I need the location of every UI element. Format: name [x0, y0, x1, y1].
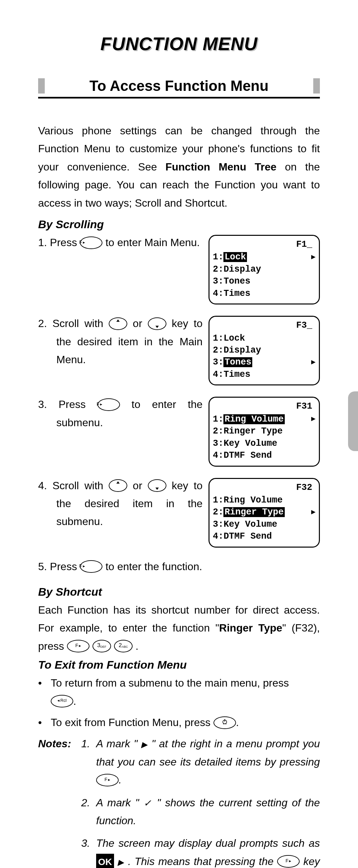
f-key-icon [67, 640, 90, 652]
subheading-exit: To Exit from Function Menu [38, 658, 320, 671]
item: Key Volume [223, 438, 277, 448]
t: . [236, 716, 239, 728]
page-title: FUNCTION MENU [38, 33, 320, 54]
screen-header: F31 [213, 400, 316, 412]
screen-header: F1_ [213, 239, 316, 250]
t: 5. Press [38, 561, 80, 572]
n: 2: [213, 426, 223, 436]
exit-bullets: • To return from a submenu to the main m… [38, 674, 320, 731]
ok-label: OK [96, 854, 114, 868]
down-key-icon [148, 317, 166, 330]
arrow-icon: ▶ [311, 358, 316, 368]
key-2-icon: 2ABC [114, 640, 133, 652]
k: ABC [122, 645, 128, 648]
item: Ringer Type [223, 507, 284, 517]
note-num: 2. [81, 794, 96, 830]
subheading-scrolling: By Scrolling [38, 218, 320, 231]
t: 4. Scroll with [38, 479, 109, 492]
rcl-key-icon: Rcl [51, 695, 73, 708]
note-2: 2. A mark " ✓ " shows the current settin… [81, 794, 320, 830]
note-1: 1. A mark " ▶ " at the right in a menu p… [81, 735, 320, 789]
step-4-text: 4. Scroll with or key to the desired ite… [38, 476, 208, 531]
bullet-text: To return from a submenu to the main men… [51, 674, 320, 710]
notes-list: 1. A mark " ▶ " at the right in a menu p… [81, 735, 320, 868]
step-5: 5. Press to enter the function. [38, 558, 320, 576]
item: DTMF Send [223, 531, 272, 541]
screen-f31: F31 1:Ring Volume▶ 2:Ringer Type 3:Key V… [208, 397, 320, 466]
bullet-1: • To return from a submenu to the main m… [38, 674, 320, 710]
item: Times [223, 370, 250, 379]
n: 4: [213, 531, 223, 541]
notes-block: Notes: 1. A mark " ▶ " at the right in a… [38, 735, 320, 868]
bullet-text: To exit from Function Menu, press . [51, 713, 320, 731]
power-key-icon [214, 716, 236, 729]
down-key-icon [148, 479, 166, 492]
shortcut-bold: Ringer Type [219, 622, 282, 634]
bullet-icon: • [38, 674, 51, 710]
t: or [127, 479, 148, 492]
step-3-text: 3. Press to enter the submenu. [38, 395, 208, 432]
item: DTMF Send [223, 451, 272, 460]
f-key-icon [97, 398, 120, 411]
up-key-icon [109, 479, 127, 492]
bullet-icon: • [38, 713, 51, 731]
n: 3: [213, 276, 223, 286]
item: Ring Volume [223, 414, 284, 424]
screen-f3: F3_ 1:Lock 2:Display 3:Tones▶ 4:Times [208, 316, 320, 385]
k: 3 [97, 642, 100, 648]
t: to enter Main Menu. [102, 237, 200, 248]
n: 4: [213, 370, 223, 379]
manual-page: FUNCTION MENU To Access Function Menu Va… [0, 0, 358, 868]
t: 2. Scroll with [38, 317, 109, 329]
notes-label: Notes: [38, 735, 81, 868]
section-title: To Access Function Menu [45, 78, 313, 94]
item: Display [223, 345, 261, 355]
n: 3: [213, 519, 223, 529]
n: 4: [213, 288, 223, 299]
arrow-icon: ▶ [311, 414, 316, 424]
n: 1: [213, 333, 223, 343]
t: A mark " [96, 738, 141, 750]
heading-cap-right [313, 78, 320, 94]
note-text: A mark " ▶ " at the right in a menu prom… [96, 735, 320, 789]
key-3-icon: 3DEF [93, 640, 111, 652]
f-key-icon [80, 237, 102, 249]
arrow-icon: ▶ [311, 252, 316, 262]
n: 3: [213, 438, 223, 448]
triangle-right-icon: ▶ [141, 740, 148, 749]
item: Times [223, 288, 250, 299]
n: 1: [213, 252, 223, 262]
item: Tones [223, 276, 250, 286]
section-heading: To Access Function Menu [38, 78, 320, 94]
item: Key Volume [223, 519, 277, 529]
step-4: 4. Scroll with or key to the desired ite… [38, 476, 320, 548]
n: 2: [213, 345, 223, 355]
n: 4: [213, 451, 223, 460]
intro-paragraph: Various phone settings can be changed th… [38, 122, 320, 212]
note-text: A mark " ✓ " shows the current setting o… [96, 794, 320, 830]
item: Ringer Type [223, 426, 283, 436]
t: or [127, 317, 148, 329]
screen-header: F32 [213, 482, 316, 494]
item: Lock [223, 333, 245, 343]
step-3: 3. Press to enter the submenu. F31 1:Rin… [38, 395, 320, 466]
step-2-text: 2. Scroll with or key to the desired ite… [38, 314, 208, 369]
t: 3. Press [38, 398, 97, 410]
screen-header: F3_ [213, 319, 316, 331]
n: 2: [213, 507, 223, 517]
t: The screen may display dual prompts such… [96, 837, 320, 849]
item: Ring Volume [223, 495, 283, 505]
shortcut-paragraph: Each Function has its shortcut number fo… [38, 601, 320, 655]
n: 3: [213, 357, 223, 367]
t: . This means that pressing the [124, 856, 277, 867]
intro-bold: Function Menu Tree [165, 161, 276, 173]
t: To return from a submenu to the main men… [51, 677, 289, 689]
t: To exit from Function Menu, press [51, 716, 214, 728]
screen-f32: F32 1:Ring Volume 2:Ringer Type▶ 3:Key V… [208, 478, 320, 548]
screen-f1: F1_ 1:Lock▶ 2:Display 3:Tones 4:Times [208, 235, 320, 305]
arrow-icon: ▶ [311, 507, 316, 518]
k: Rcl [60, 698, 67, 703]
up-key-icon [109, 317, 127, 330]
n: 2: [213, 265, 223, 274]
checkmark-icon: ✓ [143, 798, 153, 808]
